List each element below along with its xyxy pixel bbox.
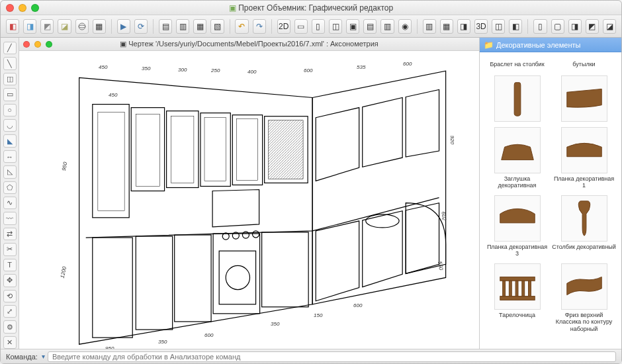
catalog-item[interactable]: Заглушка декоративная (484, 124, 551, 193)
floor-icon[interactable]: ▤ (363, 19, 377, 34)
dim-label: 600 (403, 61, 412, 67)
catalog-item[interactable]: Фриз верхний Классика по контуру наборны… (551, 261, 617, 335)
doc-close-button[interactable] (23, 41, 30, 48)
wall-icon[interactable]: ▯ (312, 19, 325, 34)
dim-label: 350 (158, 339, 167, 345)
layer2-icon[interactable]: ▦ (440, 19, 453, 34)
2d-icon[interactable]: 2D (277, 19, 290, 34)
panel-header[interactable]: 📁 Декоративные элементы (480, 38, 621, 52)
arc-tool-icon[interactable]: ◡ (3, 119, 17, 132)
circle-tool-icon[interactable]: ○ (3, 104, 17, 116)
dim-label: 300 (178, 67, 187, 73)
line2-tool-icon[interactable]: ╲ (3, 57, 17, 69)
dim-label: 550 (437, 261, 444, 270)
doc-zoom-button[interactable] (46, 41, 52, 48)
dim-label: 450 (109, 92, 117, 98)
room-icon[interactable]: ▣ (346, 19, 359, 34)
undo-icon[interactable]: ↶ (235, 19, 248, 34)
tool-e-icon[interactable]: ◪ (603, 19, 616, 34)
svg-rect-10 (175, 235, 211, 322)
mirror-tool-icon[interactable]: ⇄ (3, 228, 17, 240)
command-label: Команда: (6, 353, 38, 361)
catalog-item[interactable]: Столбик декоративный (551, 193, 617, 261)
tool-d-icon[interactable]: ◩ (586, 19, 599, 34)
cube-iso-icon[interactable]: ◩ (40, 19, 54, 34)
cube-top-icon[interactable]: ◪ (58, 19, 71, 34)
redo-icon[interactable]: ↷ (253, 19, 266, 34)
svg-rect-32 (528, 281, 531, 296)
catalog-label: Планка декоративная 3 (485, 244, 549, 258)
catalog-label: Планка декоративная 1 (552, 175, 616, 190)
command-input[interactable] (48, 351, 616, 362)
workspace: ╱ ╲ ◫ ▭ ○ ◡ ◣ ↔ ◺ ⬠ ∿ 〰 ⇄ ✂ T ✥ ⟲ ⤢ ⚙ ✕ (1, 38, 621, 349)
cube-tool-icon[interactable]: ◫ (3, 73, 17, 85)
line-tool-icon[interactable]: ╱ (3, 42, 17, 54)
catalog-item[interactable]: Браслет на столбик (484, 56, 551, 124)
catalog-label: Заглушка декоративная (485, 175, 549, 190)
svg-point-18 (253, 231, 259, 238)
svg-rect-28 (502, 281, 505, 296)
command-dropdown-icon[interactable]: ▾ (42, 353, 45, 360)
catalog-label: Столбик декоративный (552, 244, 616, 258)
page-icon[interactable]: ▤ (159, 19, 172, 34)
left-toolbar: ╱ ╲ ◫ ▭ ○ ◡ ◣ ↔ ◺ ⬠ ∿ 〰 ⇄ ✂ T ✥ ⟲ ⤢ ⚙ ✕ (1, 38, 19, 349)
catalog-list[interactable]: Браслет на столбик бутылки Заглушка деко… (480, 52, 621, 349)
document-title: ▣ Чертеж '/Users/yuriy/Documents/Mebel/П… (19, 40, 479, 48)
x-tool-icon[interactable]: ✕ (3, 336, 17, 349)
catalog-thumb (494, 195, 541, 242)
multi-page-icon[interactable]: ▧ (210, 19, 224, 34)
sphere-icon[interactable] (75, 19, 89, 34)
corner-tool-icon[interactable]: ◺ (3, 165, 17, 178)
render-icon[interactable]: ◉ (398, 19, 412, 34)
page2-icon[interactable]: ▥ (176, 19, 189, 34)
catalog-item[interactable]: бутылки (551, 56, 617, 124)
cube-icon[interactable]: ◫ (492, 19, 505, 34)
tool-c-icon[interactable]: ◨ (568, 19, 582, 34)
cube-front-icon[interactable]: ◧ (6, 19, 19, 34)
svg-point-19 (366, 214, 399, 228)
catalog-item[interactable]: Планка декоративная 1 (551, 124, 617, 193)
drawing-canvas[interactable]: 450 350 300 250 400 600 535 600 950 1200… (19, 51, 479, 349)
material-icon[interactable]: ◧ (509, 19, 522, 34)
minimize-button[interactable] (19, 4, 26, 12)
zoom-button[interactable] (31, 4, 39, 12)
dim-label: 450 (99, 64, 107, 70)
text-tool-icon[interactable]: T (3, 259, 17, 271)
doc-minimize-button[interactable] (34, 41, 41, 48)
rotate-tool-icon[interactable]: ⟲ (3, 290, 17, 302)
app-icon: ▣ (229, 3, 236, 13)
dim-label: 920 (449, 136, 455, 144)
break-tool-icon[interactable]: ✂ (3, 243, 17, 255)
spline-tool-icon[interactable]: 〰 (3, 212, 17, 224)
page3-icon[interactable]: ▦ (193, 19, 206, 34)
svg-rect-2 (93, 105, 129, 218)
main-toolbar: ◧ ◨ ◩ ◪ ▦ ▶ ⟳ ▤ ▥ ▦ ▧ ↶ ↷ 2D ▭ ▯ ◫ ▣ ▤ ▥… (1, 15, 621, 38)
door-icon[interactable]: ◫ (329, 19, 342, 34)
3d-icon[interactable]: 3D (474, 19, 488, 34)
rect-tool-icon[interactable]: ▭ (3, 88, 17, 101)
catalog-item[interactable]: Планка декоративная 3 (484, 193, 551, 261)
svg-rect-27 (500, 296, 534, 300)
cube-side-icon[interactable]: ◨ (23, 19, 36, 34)
curve-tool-icon[interactable]: ∿ (3, 197, 17, 209)
svg-rect-8 (93, 238, 132, 338)
scale-tool-icon[interactable]: ⤢ (3, 305, 17, 318)
gear-tool-icon[interactable]: ⚙ (3, 320, 17, 333)
play-icon[interactable]: ▶ (117, 19, 130, 34)
catalog-item[interactable]: Тарелочница (484, 261, 551, 335)
tool-b-icon[interactable]: ▢ (551, 19, 564, 34)
ceiling-icon[interactable]: ▥ (380, 19, 394, 34)
dim-tool-icon[interactable]: ↔ (3, 150, 17, 163)
grid-icon[interactable]: ▦ (93, 19, 106, 34)
svg-rect-26 (500, 277, 534, 281)
poly-tool-icon[interactable]: ⬠ (3, 181, 17, 194)
layer3-icon[interactable]: ◨ (457, 19, 470, 34)
catalog-thumb (561, 75, 607, 122)
refresh-icon[interactable]: ⟳ (134, 19, 148, 34)
layer1-icon[interactable]: ▥ (423, 19, 436, 34)
tool-a-icon[interactable]: ▯ (533, 19, 547, 34)
move-tool-icon[interactable]: ✥ (3, 274, 17, 287)
close-button[interactable] (6, 4, 14, 12)
triangle-tool-icon[interactable]: ◣ (3, 134, 17, 147)
view1-icon[interactable]: ▭ (294, 19, 308, 34)
